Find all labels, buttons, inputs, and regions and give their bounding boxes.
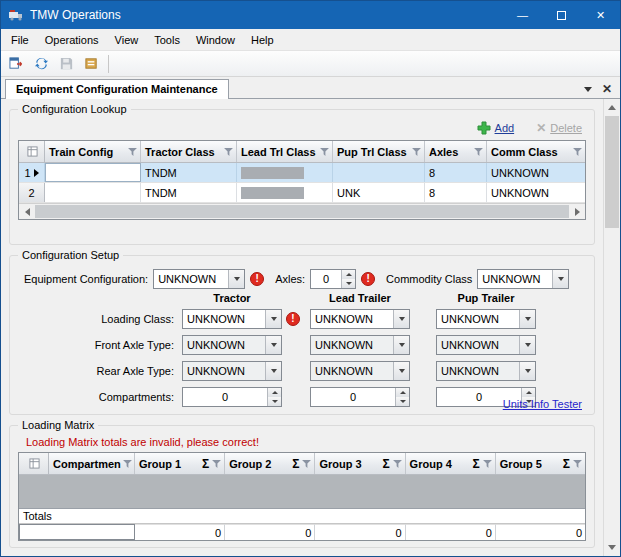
loading-class-lead-select[interactable]: UNKNOWN <box>310 309 410 329</box>
refresh-button[interactable] <box>30 53 52 75</box>
row-selector[interactable]: 2 <box>19 183 45 202</box>
cell-tractor-class[interactable]: TNDM <box>141 163 237 182</box>
stepper-down-button[interactable] <box>396 397 409 406</box>
compartments-tractor-stepper[interactable]: 0 <box>182 387 282 407</box>
menu-view[interactable]: View <box>107 31 147 49</box>
rear-axle-tractor-select[interactable]: UNKNOWN <box>182 361 282 381</box>
combo-dropdown-button[interactable] <box>552 270 568 288</box>
delete-button[interactable]: ✕ Delete <box>536 121 582 135</box>
cell-train-config[interactable] <box>45 183 141 202</box>
cell-lead-trl-class[interactable] <box>237 183 333 202</box>
stepper-down-button[interactable] <box>268 397 281 406</box>
column-header-lead-trl-class[interactable]: Lead Trl Class <box>237 141 333 162</box>
filter-icon[interactable] <box>571 458 582 470</box>
minimize-button[interactable]: — <box>503 1 542 29</box>
cell-axles[interactable]: 8 <box>425 183 487 202</box>
save-button[interactable] <box>55 53 77 75</box>
column-header-group-5[interactable]: Group 5 Σ <box>496 453 585 474</box>
menu-tools[interactable]: Tools <box>146 31 188 49</box>
filter-icon[interactable] <box>121 458 132 470</box>
combo-dropdown-button[interactable] <box>393 362 409 380</box>
table-row[interactable]: 1 TNDM 8 UNKNOWN <box>19 163 585 183</box>
stepper-up-button[interactable] <box>396 388 409 397</box>
select-all-cell[interactable] <box>19 453 49 474</box>
scroll-left-button[interactable] <box>19 204 35 219</box>
filter-icon[interactable] <box>318 146 329 158</box>
tab-close-icon[interactable]: ✕ <box>602 84 612 94</box>
equipment-configuration-select[interactable]: UNKNOWN <box>153 269 245 289</box>
column-header-comm-class[interactable]: Comm Class <box>487 141 585 162</box>
menu-help[interactable]: Help <box>243 31 282 49</box>
combo-dropdown-button[interactable] <box>519 362 535 380</box>
tab-equipment-configuration-maintenance[interactable]: Equipment Configuration Maintenance <box>5 79 229 99</box>
cell-tractor-class[interactable]: TNDM <box>141 183 237 202</box>
close-button[interactable]: ✕ <box>581 1 620 29</box>
filter-icon[interactable] <box>126 146 137 158</box>
select-all-cell[interactable] <box>19 141 45 162</box>
cell-comm-class[interactable]: UNKNOWN <box>487 163 585 182</box>
loading-class-tractor-select[interactable]: UNKNOWN <box>182 309 282 329</box>
summary-sigma-button[interactable]: Σ <box>472 457 481 471</box>
cell-train-config[interactable] <box>45 163 141 182</box>
cell-axles[interactable]: 8 <box>425 163 487 182</box>
column-header-group-4[interactable]: Group 4 Σ <box>406 453 496 474</box>
units-info-tester-link[interactable]: Units Info Tester <box>503 398 582 410</box>
summary-sigma-button[interactable]: Σ <box>201 457 210 471</box>
filter-icon[interactable] <box>222 146 233 158</box>
combo-dropdown-button[interactable] <box>393 336 409 354</box>
stepper-up-button[interactable] <box>268 388 281 397</box>
summary-sigma-button[interactable]: Σ <box>291 457 300 471</box>
rear-axle-pup-select[interactable]: UNKNOWN <box>436 361 536 381</box>
report-button[interactable] <box>80 53 102 75</box>
commodity-class-select[interactable]: UNKNOWN <box>477 269 569 289</box>
compartments-lead-stepper[interactable]: 0 <box>310 387 410 407</box>
menu-window[interactable]: Window <box>188 31 243 49</box>
table-row[interactable]: 2 TNDM UNK 8 UNKNOWN <box>19 183 585 203</box>
menu-file[interactable]: File <box>3 31 37 49</box>
front-axle-lead-select[interactable]: UNKNOWN <box>310 335 410 355</box>
combo-dropdown-button[interactable] <box>265 362 281 380</box>
combo-dropdown-button[interactable] <box>519 336 535 354</box>
scroll-right-button[interactable] <box>569 204 585 219</box>
filter-icon[interactable] <box>472 146 483 158</box>
column-header-pup-trl-class[interactable]: Pup Trl Class <box>333 141 425 162</box>
scrollbar-thumb[interactable] <box>605 116 619 228</box>
exit-button[interactable] <box>5 53 27 75</box>
filter-icon[interactable] <box>481 458 492 470</box>
vertical-scrollbar[interactable] <box>603 99 620 556</box>
cell-pup-trl-class[interactable]: UNK <box>333 183 425 202</box>
axles-stepper[interactable]: 0 <box>310 269 356 289</box>
front-axle-tractor-select[interactable]: UNKNOWN <box>182 335 282 355</box>
add-button[interactable]: Add <box>477 121 515 135</box>
scrollbar-track[interactable] <box>604 228 620 539</box>
column-header-train-config[interactable]: Train Config <box>45 141 141 162</box>
filter-icon[interactable] <box>410 146 421 158</box>
tab-list-chevron-down-icon[interactable] <box>584 87 592 92</box>
combo-dropdown-button[interactable] <box>228 270 244 288</box>
stepper-down-button[interactable] <box>342 279 355 288</box>
column-header-compartment[interactable]: Compartmen <box>49 453 135 474</box>
scroll-up-button[interactable] <box>604 99 620 116</box>
column-header-group-3[interactable]: Group 3 Σ <box>315 453 405 474</box>
column-header-group-2[interactable]: Group 2 Σ <box>225 453 315 474</box>
combo-dropdown-button[interactable] <box>265 310 281 328</box>
rear-axle-lead-select[interactable]: UNKNOWN <box>310 361 410 381</box>
maximize-button[interactable] <box>542 1 581 29</box>
combo-dropdown-button[interactable] <box>519 310 535 328</box>
filter-icon[interactable] <box>210 458 221 470</box>
combo-dropdown-button[interactable] <box>393 310 409 328</box>
filter-icon[interactable] <box>300 458 311 470</box>
combo-dropdown-button[interactable] <box>265 336 281 354</box>
row-selector[interactable]: 1 <box>19 163 45 182</box>
loading-class-pup-select[interactable]: UNKNOWN <box>436 309 536 329</box>
summary-sigma-button[interactable]: Σ <box>381 457 390 471</box>
column-header-axles[interactable]: Axles <box>425 141 487 162</box>
filter-icon[interactable] <box>391 458 402 470</box>
scrollbar-thumb[interactable] <box>35 205 569 218</box>
cell-comm-class[interactable]: UNKNOWN <box>487 183 585 202</box>
cell-pup-trl-class[interactable] <box>333 163 425 182</box>
lookup-horizontal-scrollbar[interactable] <box>19 203 585 219</box>
stepper-up-button[interactable] <box>342 270 355 279</box>
menu-operations[interactable]: Operations <box>37 31 107 49</box>
cell-lead-trl-class[interactable] <box>237 163 333 182</box>
